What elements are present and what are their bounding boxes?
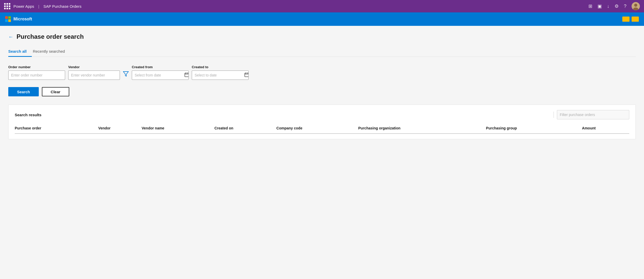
created-from-calendar-icon[interactable] <box>182 72 189 78</box>
results-header: Search results <box>15 110 629 119</box>
col-purchasing-org: Purchasing organization <box>358 123 486 134</box>
ms-logo-squares <box>5 16 11 22</box>
page-name-label: SAP Purchase Orders <box>43 4 81 9</box>
clear-button[interactable]: Clear <box>42 87 69 96</box>
table-header: Purchase order Vendor Vendor name Create… <box>15 123 629 134</box>
created-from-wrapper <box>132 71 189 80</box>
apps-grid-icon[interactable] <box>4 3 10 9</box>
col-vendor-name: Vendor name <box>142 123 214 134</box>
nav-right: ⊞ ▣ ↓ ⚙ ? <box>588 2 640 10</box>
vendor-group: Vendor <box>68 65 120 80</box>
help-icon[interactable]: ? <box>624 4 626 9</box>
app-name-label: Power Apps <box>13 4 34 9</box>
svg-rect-8 <box>185 73 189 77</box>
results-table: Purchase order Vendor Vendor name Create… <box>15 123 629 134</box>
col-company-code: Company code <box>277 123 358 134</box>
svg-rect-12 <box>245 73 249 77</box>
created-to-input[interactable] <box>192 71 242 80</box>
col-purchasing-group: Purchasing group <box>486 123 582 134</box>
main-content: ← Purchase order search Search all Recen… <box>0 26 644 279</box>
svg-point-1 <box>634 4 637 7</box>
apps-icon[interactable]: ⊞ <box>588 3 592 9</box>
filter-purchase-orders-input[interactable] <box>560 110 626 119</box>
settings-icon[interactable]: ⚙ <box>615 3 619 9</box>
svg-rect-3 <box>623 17 625 19</box>
created-to-wrapper <box>192 71 249 80</box>
created-to-calendar-icon[interactable] <box>242 72 249 78</box>
action-buttons: Search Clear <box>8 87 636 96</box>
ms-square-blue <box>5 19 8 22</box>
ms-square-green <box>8 16 11 19</box>
microsoft-bar: Microsoft <box>0 12 644 26</box>
microsoft-logo: Microsoft <box>5 16 32 22</box>
search-results-section: Search results Purchase order Vendor Ven… <box>8 105 636 139</box>
nav-left: Power Apps | SAP Purchase Orders <box>4 3 81 9</box>
order-number-input[interactable] <box>8 71 65 80</box>
tabs-container: Search all Recently searched <box>8 47 636 57</box>
back-button[interactable]: ← <box>8 34 13 40</box>
created-from-input[interactable] <box>132 71 182 80</box>
created-from-label: Created from <box>132 65 189 69</box>
screen-icon[interactable]: ▣ <box>597 3 602 9</box>
svg-marker-7 <box>123 72 128 76</box>
search-button[interactable]: Search <box>8 87 39 96</box>
results-title: Search results <box>15 113 41 117</box>
vendor-input[interactable] <box>68 71 120 80</box>
vendor-label: Vendor <box>68 65 120 69</box>
search-form: Order number Vendor Created from <box>8 65 636 80</box>
created-to-group: Created to <box>192 65 249 80</box>
header-divider <box>554 112 554 118</box>
ms-square-yellow <box>8 19 11 22</box>
microsoft-label: Microsoft <box>13 17 32 21</box>
ms-square-red <box>5 16 8 19</box>
nav-separator: | <box>38 4 39 9</box>
ms-bar-right <box>622 17 639 22</box>
order-number-group: Order number <box>8 65 65 80</box>
svg-rect-5 <box>623 19 628 21</box>
order-number-label: Order number <box>8 65 65 69</box>
col-created-on: Created on <box>214 123 277 134</box>
page-header: ← Purchase order search <box>8 33 636 40</box>
tab-recently-searched[interactable]: Recently searched <box>32 47 70 57</box>
ms-bar-icon-2[interactable] <box>632 17 639 22</box>
page-title: Purchase order search <box>17 33 84 40</box>
filter-icon[interactable] <box>123 71 129 78</box>
top-navigation: Power Apps | SAP Purchase Orders ⊞ ▣ ↓ ⚙… <box>0 0 644 12</box>
svg-rect-4 <box>626 17 628 19</box>
ms-bar-icon-1[interactable] <box>622 17 630 22</box>
filter-container <box>554 110 629 119</box>
col-purchase-order: Purchase order <box>15 123 98 134</box>
col-amount: Amount <box>582 123 629 134</box>
svg-marker-6 <box>633 17 637 21</box>
user-avatar[interactable] <box>632 2 640 10</box>
table-header-row: Purchase order Vendor Vendor name Create… <box>15 123 629 134</box>
col-vendor: Vendor <box>98 123 142 134</box>
download-icon[interactable]: ↓ <box>607 4 609 9</box>
tab-search-all[interactable]: Search all <box>8 47 32 57</box>
created-to-label: Created to <box>192 65 249 69</box>
created-from-group: Created from <box>132 65 189 80</box>
filter-input-wrapper <box>557 110 629 119</box>
